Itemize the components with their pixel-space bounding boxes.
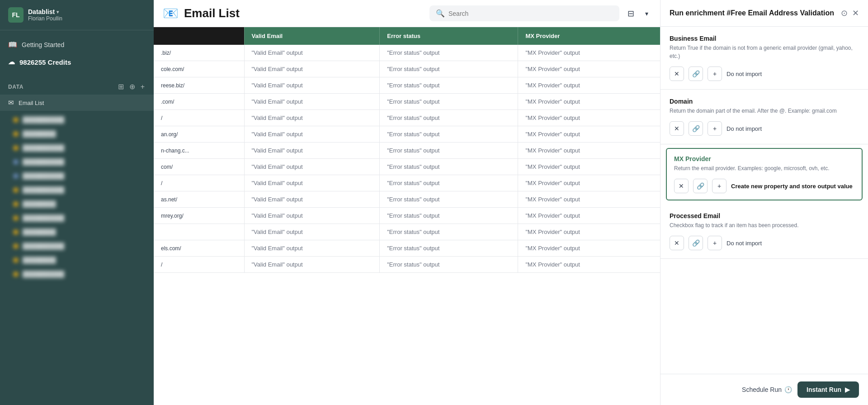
table-row: /"Valid Email" output"Error status" outp… [154,175,660,191]
list-item[interactable]: ██████████ [0,141,154,155]
color-dot [14,132,18,136]
cloud-icon: ☁ [8,58,15,66]
list-item[interactable]: ██████████ [0,183,154,197]
output-cell: "Error status" output [380,143,518,159]
field-link-btn-processed-email[interactable]: 🔗 [689,236,703,250]
avatar: FL [8,7,24,23]
list-item[interactable]: ████████ [0,225,154,239]
field-add-btn-business-email[interactable]: + [708,67,722,81]
field-add-btn-mx-provider[interactable]: + [712,179,726,193]
output-cell: "Valid Email" output [244,175,380,191]
output-cell: "MX Provider" output [518,94,660,110]
field-link-btn-business-email[interactable]: 🔗 [689,67,703,81]
play-icon: ▶ [845,386,850,393]
sidebar-item-credits[interactable]: ☁ 9826255 Credits [0,53,154,71]
sidebar-add-btn[interactable]: + [140,81,146,92]
color-dot [14,244,18,248]
output-cell: "MX Provider" output [518,224,660,240]
field-card-domain: DomainReturn the domain part of the emai… [660,90,868,144]
output-cell: "MX Provider" output [518,240,660,257]
instant-run-button[interactable]: Instant Run ▶ [797,381,859,398]
col-email-header [154,27,244,45]
output-cell: "Error status" output [380,208,518,224]
field-link-btn-mx-provider[interactable]: 🔗 [693,179,708,193]
field-remove-btn-mx-provider[interactable]: ✕ [674,179,689,193]
email-cell: .biz/ [154,45,244,61]
field-remove-btn-processed-email[interactable]: ✕ [670,236,684,250]
list-item[interactable]: ██████████ [0,113,154,127]
output-cell: "Valid Email" output [244,110,380,126]
main-content: 📧 Email List 🔍 ⊟ ▾ Valid Email Error sta… [154,0,660,405]
sidebar-import-btn[interactable]: ⊕ [128,81,136,92]
list-item[interactable]: ████████ [0,127,154,141]
email-cell: an.org/ [154,126,244,143]
output-cell: "Error status" output [380,77,518,94]
field-add-btn-processed-email[interactable]: + [708,236,722,250]
email-cell: / [154,110,244,126]
clock-icon: 🕐 [784,386,792,393]
field-desc: Checkbox flag to track if an item has be… [670,221,859,229]
color-dot [14,146,18,150]
output-cell: "MX Provider" output [518,126,660,143]
field-name: Business Email [670,35,859,42]
filter-button[interactable]: ⊟ [625,6,637,21]
color-dot [14,202,18,206]
list-item[interactable]: ██████████ [0,267,154,281]
field-actions: ✕🔗+Do not import [670,67,859,81]
field-add-btn-domain[interactable]: + [708,121,722,136]
color-dot [14,160,18,164]
output-cell: "Valid Email" output [244,191,380,208]
field-card-processed-email: Processed EmailCheckbox flag to track if… [660,204,868,259]
email-cell: / [154,175,244,191]
list-item[interactable]: ██████████ [0,239,154,253]
output-cell: "Valid Email" output [244,257,380,273]
close-icon[interactable]: ✕ [852,8,859,18]
panel-body: Business EmailReturn True if the domain … [660,27,868,374]
output-cell: "Error status" output [380,240,518,257]
sidebar-header[interactable]: FL Datablist ▾ Florian Poullin [0,0,154,30]
field-link-btn-domain[interactable]: 🔗 [689,121,703,136]
sidebar-sub-items: ██████████ ████████ ██████████ █████████… [0,111,154,283]
field-name: Domain [670,98,859,105]
output-cell: "Error status" output [380,191,518,208]
email-cell: com/ [154,159,244,175]
sidebar-item-email-list[interactable]: ✉ Email List [0,95,154,111]
search-input[interactable] [448,10,613,17]
schedule-run-button[interactable]: Schedule Run 🕐 [742,386,792,393]
output-cell: "Error status" output [380,110,518,126]
field-remove-btn-domain[interactable]: ✕ [670,121,684,136]
email-icon: 📧 [163,6,179,21]
help-icon[interactable]: ⊙ [841,8,848,18]
chevron-down-icon: ▾ [57,10,59,14]
sidebar-view-toggle-btn[interactable]: ⊞ [117,81,125,92]
table-row: an.org/"Valid Email" output"Error status… [154,126,660,143]
email-cell: .com/ [154,94,244,110]
table-row: reese.biz/"Valid Email" output"Error sta… [154,77,660,94]
field-desc: Return True if the domain is not from a … [670,44,859,60]
list-item[interactable]: ████████ [0,197,154,211]
table-container: Valid Email Error status MX Provider .bi… [154,27,660,405]
panel-footer: Schedule Run 🕐 Instant Run ▶ [660,374,868,405]
color-dot [14,174,18,178]
output-cell: "Error status" output [380,224,518,240]
table-row: n-chang.c..."Valid Email" output"Error s… [154,143,660,159]
output-cell: "Valid Email" output [244,143,380,159]
output-cell: "Error status" output [380,257,518,273]
output-cell: "Valid Email" output [244,61,380,77]
right-panel: Run enrichment #Free Email Address Valid… [660,0,868,405]
dropdown-button[interactable]: ▾ [642,7,651,20]
list-item[interactable]: ██████████ [0,169,154,183]
list-item[interactable]: ██████████ [0,155,154,169]
sidebar-item-getting-started[interactable]: 📖 Getting Started [0,36,154,53]
output-cell: "MX Provider" output [518,159,660,175]
table-row: cole.com/"Valid Email" output"Error stat… [154,61,660,77]
field-remove-btn-business-email[interactable]: ✕ [670,67,684,81]
field-action-label: Do not import [726,125,762,132]
sidebar-nav: 📖 Getting Started ☁ 9826255 Credits [0,30,154,76]
search-bar[interactable]: 🔍 [429,5,619,21]
list-item[interactable]: ████████ [0,253,154,267]
color-dot [14,258,18,262]
output-cell: "Error status" output [380,159,518,175]
list-item[interactable]: ██████████ [0,211,154,225]
output-cell: "Valid Email" output [244,224,380,240]
